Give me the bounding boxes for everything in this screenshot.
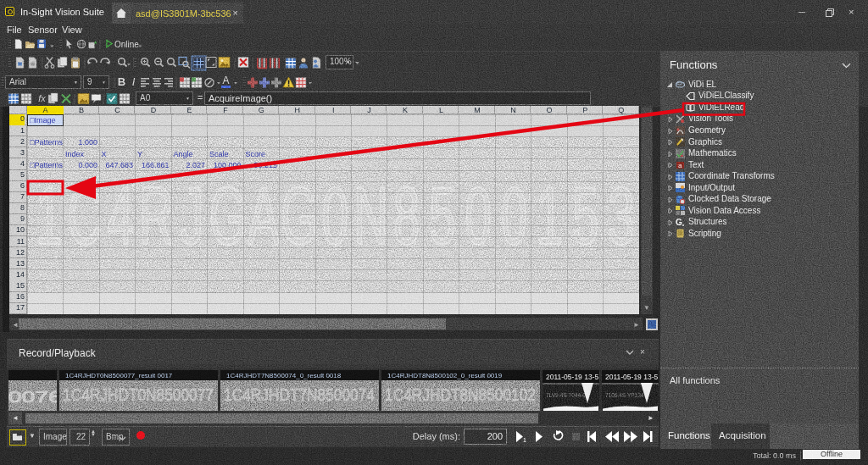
- svg-text:1C4RJHDT8N8500102: 1C4RJHDT8N8500102: [385, 385, 536, 404]
- svg-text:G: G: [676, 218, 682, 227]
- svg-text:7106.4S YP134: 7106.4S YP134: [605, 392, 644, 398]
- svg-text:1C4RJHDT7N8500074: 1C4RJHDT7N8500074: [224, 385, 375, 404]
- svg-text:1C4RJHDT0N8500077: 1C4RJHDT0N8500077: [63, 385, 214, 404]
- svg-text:500076: 500076: [8, 388, 57, 406]
- svg-text:a: a: [678, 162, 682, 169]
- svg-text:7LV9-4S 7044-0: 7LV9-4S 7044-0: [546, 392, 586, 398]
- svg-text:1: 1: [523, 437, 526, 443]
